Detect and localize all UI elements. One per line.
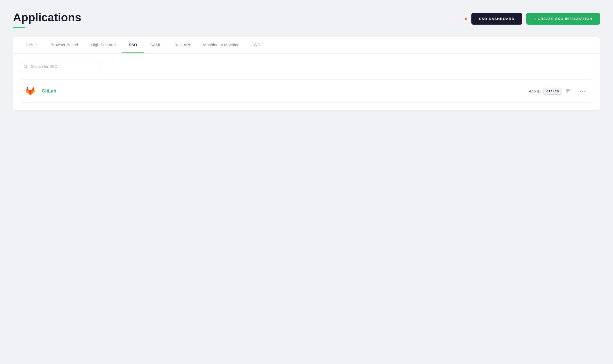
- tab-rest-api[interactable]: Rest API: [168, 37, 197, 53]
- app-list: GitLab App ID gitlab ···: [20, 80, 593, 103]
- table-row: GitLab App ID gitlab ···: [20, 80, 593, 103]
- copy-app-id-button[interactable]: [565, 88, 572, 95]
- create-sso-integration-button[interactable]: + CREATE SSO INTEGRATION: [526, 13, 600, 25]
- tab-high-secured[interactable]: High Secured: [84, 37, 122, 53]
- app-id-badge: gitlab: [543, 88, 562, 95]
- search-wrapper: [20, 61, 101, 72]
- more-options-button[interactable]: ···: [577, 87, 589, 96]
- tabs-container: InBuilt Browser Based High Secured SSO S…: [13, 37, 600, 54]
- sso-dashboard-button[interactable]: SSO DASHBOARD: [471, 13, 522, 25]
- page-title-wrapper: Applications: [13, 11, 81, 28]
- tab-iws[interactable]: IWS: [246, 37, 266, 53]
- app-name: GitLab: [42, 88, 524, 94]
- search-icon: [24, 64, 28, 69]
- main-card: InBuilt Browser Based High Secured SSO S…: [13, 37, 600, 111]
- app-id-label: App ID: [529, 89, 541, 93]
- tab-content: GitLab App ID gitlab ···: [13, 54, 600, 110]
- tab-machine-to-machine[interactable]: Machine to Machine: [197, 37, 246, 53]
- search-input[interactable]: [20, 61, 101, 72]
- app-logo: [24, 85, 36, 97]
- tab-saml[interactable]: SAML: [144, 37, 168, 53]
- title-underline: [13, 27, 25, 28]
- tab-browser-based[interactable]: Browser Based: [44, 37, 85, 53]
- tab-sso[interactable]: SSO: [122, 37, 144, 53]
- svg-line-1: [27, 67, 28, 68]
- app-id-section: App ID gitlab: [529, 88, 572, 95]
- page-title: Applications: [13, 11, 81, 24]
- tab-inbuilt[interactable]: InBuilt: [20, 37, 44, 53]
- arrow-indicator: [445, 19, 467, 19]
- header-actions: SSO DASHBOARD + CREATE SSO INTEGRATION: [445, 13, 600, 25]
- arrow-line: [445, 19, 467, 19]
- page-header: Applications SSO DASHBOARD + CREATE SSO …: [13, 11, 600, 28]
- svg-rect-2: [567, 90, 570, 93]
